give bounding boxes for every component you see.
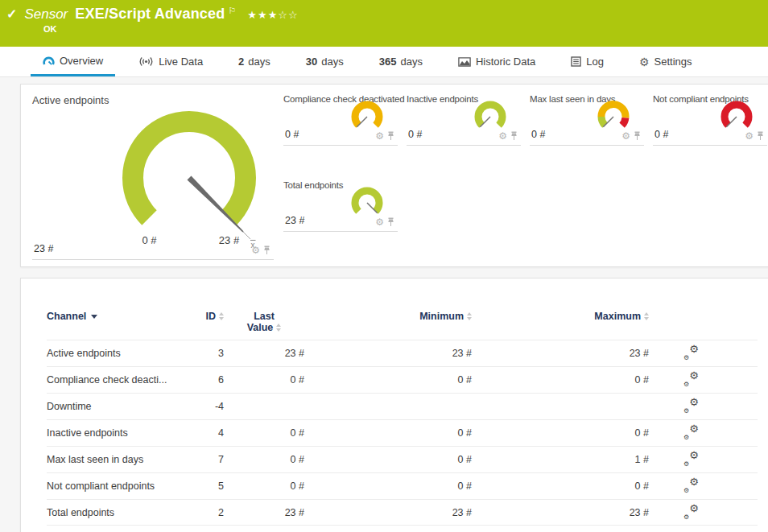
last-value: 0 # bbox=[224, 427, 304, 439]
minimum-value: 0 # bbox=[304, 454, 472, 465]
edit-channel-gears-icon[interactable]: ⚙⚙ bbox=[683, 425, 699, 439]
gauge-settings-gear-icon[interactable]: ⚙ bbox=[375, 130, 384, 142]
edit-channel-gears-icon[interactable]: ⚙⚙ bbox=[683, 372, 699, 386]
table-row[interactable]: Total endpoints 2 23 # 23 # 23 # ⚙⚙ bbox=[47, 499, 758, 526]
sensor-header: ✓ Sensor EXE/Script Advanced ⚐ ★★★☆☆ OK bbox=[0, 0, 768, 47]
channel-name[interactable]: Compliance check deacti... bbox=[47, 374, 200, 386]
channel-name[interactable]: Not compliant endpoints bbox=[47, 480, 200, 492]
sort-desc-icon bbox=[91, 315, 97, 319]
channel-name[interactable]: Total endpoints bbox=[47, 507, 200, 518]
gauge-settings-gear-icon[interactable]: ⚙ bbox=[375, 217, 384, 228]
gauge-settings-gear-icon[interactable]: ⚙ bbox=[498, 130, 507, 142]
status-badge: OK bbox=[43, 24, 760, 34]
tab-number: 30 bbox=[306, 56, 317, 68]
column-header-channel[interactable]: Channel bbox=[47, 311, 200, 322]
priority-stars[interactable]: ★★★☆☆ bbox=[247, 9, 298, 21]
historic-chart-icon bbox=[458, 57, 471, 67]
table-row[interactable]: Compliance check deacti... 6 0 # 0 # 0 #… bbox=[47, 366, 758, 393]
column-header-maximum[interactable]: Maximum bbox=[472, 311, 649, 322]
table-row[interactable]: Not compliant endpoints 5 0 # 0 # 0 # ⚙⚙ bbox=[47, 472, 758, 499]
tab-live-data[interactable]: Live Data bbox=[126, 47, 215, 76]
channel-name[interactable]: Active endpoints bbox=[47, 348, 200, 359]
edit-channel-gears-icon[interactable]: ⚙⚙ bbox=[683, 452, 699, 465]
channel-id: 4 bbox=[200, 427, 224, 439]
table-row[interactable]: Downtime -4 ⚙⚙ bbox=[47, 393, 758, 419]
pin-icon[interactable] bbox=[510, 131, 518, 141]
edit-channel-gears-icon[interactable]: ⚙⚙ bbox=[683, 505, 699, 518]
maximum-value: 23 # bbox=[472, 507, 649, 518]
flag-icon[interactable]: ⚐ bbox=[228, 6, 236, 16]
page-title: EXE/Script Advanced bbox=[75, 6, 225, 23]
not-compliant-gauge bbox=[716, 97, 758, 134]
pin-icon[interactable] bbox=[387, 217, 394, 227]
channel-id: 7 bbox=[200, 454, 224, 465]
total-endpoints-gauge bbox=[346, 184, 388, 221]
column-header-id[interactable]: ID bbox=[200, 311, 224, 322]
last-value: 23 # bbox=[224, 348, 304, 359]
tab-log[interactable]: Log bbox=[559, 47, 616, 76]
tab-label: Log bbox=[586, 56, 604, 68]
channel-id: 6 bbox=[200, 374, 224, 386]
gauge-value: 0 # bbox=[285, 129, 299, 140]
tab-label: Live Data bbox=[159, 56, 203, 68]
maximum-value: 0 # bbox=[472, 427, 649, 439]
gauge-value: 23 # bbox=[285, 215, 304, 226]
channel-id: -4 bbox=[200, 401, 224, 412]
edit-channel-gears-icon[interactable]: ⚙⚙ bbox=[683, 478, 699, 492]
column-header-minimum[interactable]: Minimum bbox=[304, 311, 472, 322]
tab-number: 365 bbox=[379, 56, 397, 68]
channel-id: 2 bbox=[200, 507, 224, 518]
sort-icon bbox=[276, 324, 281, 332]
content-area: Active endpoints x 0 # 23 # 23 # ⚙ Compl… bbox=[0, 77, 768, 532]
edit-channel-gears-icon[interactable]: ⚙⚙ bbox=[683, 398, 699, 412]
channel-name[interactable]: Downtime bbox=[47, 401, 200, 412]
table-row[interactable]: Active endpoints 3 23 # 23 # 23 # ⚙⚙ bbox=[47, 340, 758, 366]
pin-icon[interactable] bbox=[263, 245, 270, 255]
gauge-value: 0 # bbox=[408, 129, 422, 140]
minimum-value: 23 # bbox=[304, 348, 472, 359]
overview-gauge-icon bbox=[43, 56, 55, 66]
column-header-last-value[interactable]: Last Value bbox=[224, 311, 304, 333]
gauge-value: 23 # bbox=[34, 243, 53, 254]
table-header-row: Channel ID Last Value Minimum Maximum bbox=[47, 311, 758, 340]
channel-id: 3 bbox=[200, 348, 224, 359]
maximum-value: 23 # bbox=[472, 348, 649, 359]
live-data-broadcast-icon bbox=[138, 56, 154, 67]
gauge-tile-compliance-check-deactivated: Compliance check deactivated 0 # ⚙ bbox=[283, 94, 398, 146]
edit-channel-gears-icon[interactable]: ⚙⚙ bbox=[683, 345, 699, 359]
tab-number: 2 bbox=[238, 56, 244, 68]
gauge-tile-inactive-endpoints: Inactive endpoints 0 # ⚙ bbox=[407, 94, 521, 146]
tab-2-days[interactable]: 2 days bbox=[226, 47, 283, 76]
pin-icon[interactable] bbox=[387, 131, 394, 141]
gauge-tile-active-endpoints: Active endpoints x 0 # 23 # 23 # ⚙ bbox=[32, 94, 274, 260]
tab-label: days bbox=[400, 56, 422, 68]
gauge-settings-gear-icon[interactable]: ⚙ bbox=[745, 130, 754, 142]
log-list-icon bbox=[571, 56, 581, 67]
small-gauges-grid: Compliance check deactivated 0 # ⚙ Inact… bbox=[283, 94, 768, 266]
minimum-value: 0 # bbox=[304, 427, 472, 439]
sensor-kind-label: Sensor bbox=[24, 6, 68, 23]
gauge-settings-gear-icon[interactable]: ⚙ bbox=[621, 130, 630, 142]
table-row[interactable]: Inactive endpoints 4 0 # 0 # 0 # ⚙⚙ bbox=[47, 419, 758, 446]
tab-365-days[interactable]: 365 days bbox=[367, 47, 435, 76]
channel-table: Channel ID Last Value Minimum Maximum bbox=[47, 311, 758, 526]
pin-icon[interactable] bbox=[757, 131, 764, 141]
maximum-value: 1 # bbox=[472, 454, 649, 465]
tab-overview[interactable]: Overview bbox=[31, 47, 115, 76]
tab-settings[interactable]: ⚙ Settings bbox=[627, 47, 704, 76]
gauge-settings-gear-icon[interactable]: ⚙ bbox=[251, 245, 260, 256]
last-value: 0 # bbox=[224, 454, 304, 465]
pin-icon[interactable] bbox=[634, 131, 641, 141]
tab-historic-data[interactable]: Historic Data bbox=[446, 47, 547, 76]
gauge-tile-not-compliant: Not compliant endpoints 0 # ⚙ bbox=[653, 94, 767, 146]
channel-id: 5 bbox=[200, 480, 224, 492]
table-row[interactable]: Max last seen in days 7 0 # 0 # 1 # ⚙⚙ bbox=[47, 446, 758, 472]
gauge-value: 0 # bbox=[654, 129, 668, 140]
tab-30-days[interactable]: 30 days bbox=[294, 47, 356, 76]
gauge-min-label: 0 # bbox=[142, 234, 157, 246]
gauge-value: 0 # bbox=[531, 129, 545, 140]
max-last-seen-gauge bbox=[593, 97, 634, 134]
channel-name[interactable]: Inactive endpoints bbox=[47, 427, 200, 439]
tab-label: days bbox=[248, 56, 270, 68]
channel-name[interactable]: Max last seen in days bbox=[47, 454, 200, 465]
